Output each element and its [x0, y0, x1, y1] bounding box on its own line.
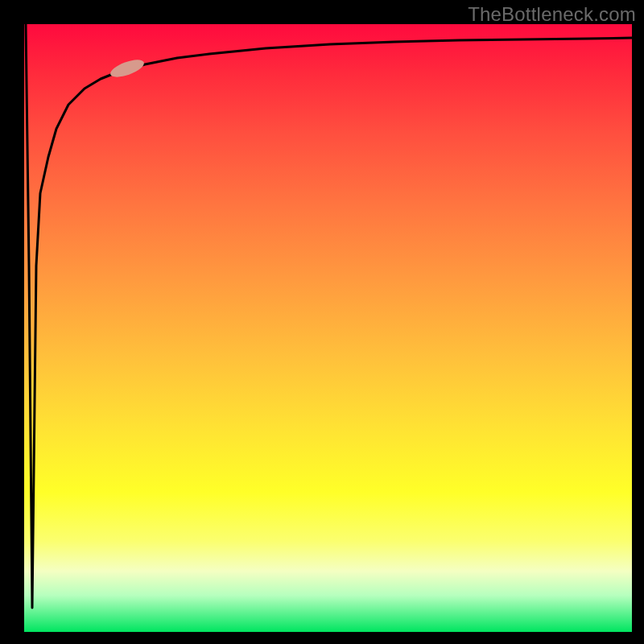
pill-marker: [109, 56, 147, 80]
plot-area: [24, 24, 632, 632]
svg-point-0: [109, 56, 147, 80]
chart-frame: TheBottleneck.com: [0, 0, 644, 644]
curve-layer: [24, 24, 632, 632]
watermark-text: TheBottleneck.com: [468, 3, 636, 26]
bottleneck-curve: [26, 24, 632, 608]
